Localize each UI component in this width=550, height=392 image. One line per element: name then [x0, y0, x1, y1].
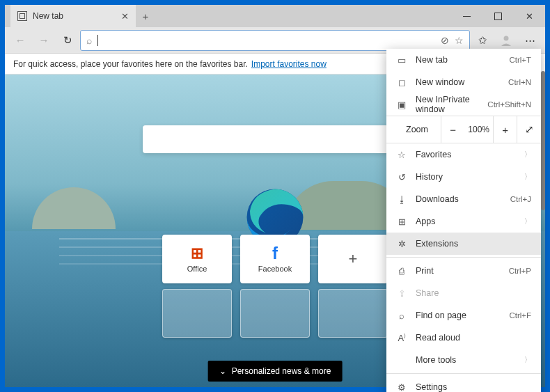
download-icon: ⭳	[396, 194, 407, 205]
new-tab-icon: ▭	[396, 55, 407, 65]
menu-separator	[386, 373, 541, 374]
chevron-down-icon: ⌄	[219, 366, 226, 376]
personalized-news-button[interactable]: ⌄ Personalized news & more	[208, 361, 343, 382]
share-icon: ⇪	[396, 288, 407, 299]
svg-rect-1	[495, 13, 502, 19]
office-icon: ⊞	[191, 245, 203, 262]
menu-more-tools[interactable]: More tools 〉	[386, 349, 541, 371]
menu-print[interactable]: ⎙ Print Ctrl+P	[386, 260, 541, 282]
menu-share: ⇪ Share	[386, 282, 541, 304]
close-window-button[interactable]: ✕	[514, 5, 545, 27]
favorite-star-icon[interactable]: ☆	[455, 35, 464, 46]
maximize-button[interactable]	[482, 5, 514, 27]
tile-add[interactable]: +	[318, 235, 388, 283]
menu-apps[interactable]: ⊞ Apps 〉	[386, 210, 541, 233]
chevron-right-icon: 〉	[524, 217, 531, 226]
inprivate-icon: ▣	[396, 100, 407, 110]
chevron-right-icon: 〉	[524, 150, 531, 159]
tile-facebook[interactable]: f Facebook	[240, 235, 310, 283]
menu-read-aloud[interactable]: A) Read aloud	[386, 327, 541, 349]
find-icon: ⌕	[396, 311, 407, 321]
menu-history[interactable]: ↺ History 〉	[386, 166, 541, 188]
plus-icon: +	[349, 251, 358, 267]
tile-label: Office	[187, 265, 207, 273]
star-icon: ☆	[396, 150, 407, 160]
text-cursor	[97, 35, 98, 46]
news-label: Personalized news & more	[232, 366, 331, 376]
menu-find[interactable]: ⌕ Find on page Ctrl+F	[386, 304, 541, 327]
zoom-label: Zoom	[386, 125, 441, 134]
menu-downloads[interactable]: ⭳ Downloads Ctrl+J	[386, 188, 541, 210]
menu-zoom-row: Zoom − 100% + ⤢	[386, 116, 541, 143]
favorites-button[interactable]: ✩	[471, 29, 494, 52]
svg-point-2	[504, 36, 509, 40]
menu-new-inprivate[interactable]: ▣ New InPrivate window Ctrl+Shift+N	[386, 93, 541, 116]
quick-links-row: ⊞ Office f Facebook +	[162, 235, 388, 283]
address-bar[interactable]: ⌕ ⊘ ☆	[80, 30, 470, 51]
extensions-icon: ✲	[396, 239, 407, 249]
tile-label: Facebook	[258, 265, 292, 273]
scrollbar-thumb[interactable]	[541, 71, 545, 210]
refresh-button[interactable]: ↻	[56, 29, 79, 52]
menu-favorites[interactable]: ☆ Favorites 〉	[386, 143, 541, 166]
menu-separator	[386, 257, 541, 258]
print-icon: ⎙	[396, 266, 407, 276]
close-tab-icon[interactable]: ✕	[121, 11, 129, 22]
tile-empty[interactable]	[162, 289, 232, 338]
chevron-right-icon: 〉	[524, 355, 531, 365]
svg-rect-0	[463, 16, 471, 17]
minimize-button[interactable]	[451, 5, 482, 27]
new-window-icon: ◻	[396, 77, 407, 88]
quick-links-row	[162, 289, 388, 338]
favorites-bar-text: For quick access, place your favorites h…	[13, 59, 248, 69]
search-box[interactable]: ⌕	[143, 125, 407, 153]
new-tab-button[interactable]: +	[136, 6, 155, 26]
background-hill	[32, 187, 116, 229]
apps-icon: ⊞	[396, 217, 407, 227]
tab-title: New tab	[33, 11, 63, 21]
menu-new-window[interactable]: ◻ New window Ctrl+N	[386, 71, 541, 93]
back-button[interactable]: ←	[9, 29, 31, 52]
search-icon: ⌕	[86, 35, 92, 46]
profile-button[interactable]	[495, 29, 517, 52]
tab-active[interactable]: New tab ✕	[10, 5, 136, 27]
settings-menu-button[interactable]: ⋯	[519, 29, 541, 52]
gear-icon: ⚙	[396, 382, 407, 393]
menu-settings[interactable]: ⚙ Settings	[386, 376, 541, 392]
history-icon: ↺	[396, 172, 407, 182]
chevron-right-icon: 〉	[524, 172, 531, 182]
tab-favicon-icon	[17, 11, 27, 21]
menu-extensions[interactable]: ✲ Extensions	[386, 233, 541, 255]
zoom-in-button[interactable]: +	[493, 116, 517, 143]
window-controls: ✕	[451, 5, 545, 27]
settings-menu: ▭ New tab Ctrl+T ◻ New window Ctrl+N ▣ N…	[386, 49, 541, 392]
import-favorites-link[interactable]: Import favorites now	[251, 59, 327, 69]
forward-button[interactable]: →	[33, 29, 55, 52]
titlebar: New tab ✕ + ✕	[5, 5, 545, 27]
tile-empty[interactable]	[318, 289, 388, 338]
tracking-prevention-icon[interactable]: ⊘	[441, 35, 449, 46]
fullscreen-button[interactable]: ⤢	[517, 116, 541, 143]
facebook-icon: f	[272, 245, 278, 262]
tile-empty[interactable]	[240, 289, 310, 338]
zoom-out-button[interactable]: −	[441, 116, 465, 143]
tile-office[interactable]: ⊞ Office	[162, 235, 232, 283]
zoom-value: 100%	[465, 125, 493, 134]
read-aloud-icon: A)	[396, 333, 407, 343]
menu-new-tab[interactable]: ▭ New tab Ctrl+T	[386, 49, 541, 71]
